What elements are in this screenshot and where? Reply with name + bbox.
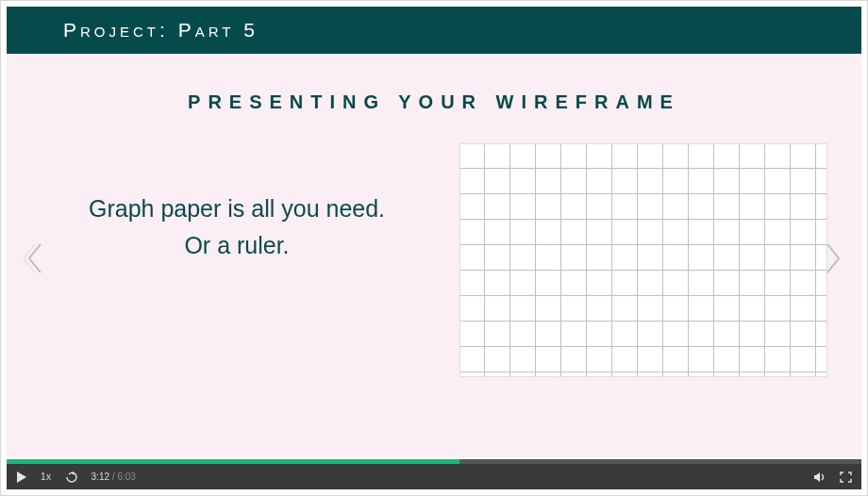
slide-header: Project: Part 5 xyxy=(7,7,861,54)
chevron-right-icon xyxy=(822,242,844,274)
time-display: 3:12 / 6:03 xyxy=(92,471,136,482)
header-title: Project: Part 5 xyxy=(63,19,259,41)
progress-fill xyxy=(7,459,459,464)
next-slide-button[interactable] xyxy=(822,242,844,274)
fullscreen-button[interactable] xyxy=(840,471,852,483)
chevron-left-icon xyxy=(24,242,46,274)
progress-track[interactable] xyxy=(7,459,861,464)
volume-button[interactable] xyxy=(813,471,826,483)
body-line-2: Or a ruler. xyxy=(42,227,433,264)
rewind-icon xyxy=(65,471,78,483)
prev-slide-button[interactable] xyxy=(24,242,46,274)
body-line-1: Graph paper is all you need. xyxy=(42,190,433,227)
slide-content: Graph paper is all you need. Or a ruler. xyxy=(7,143,861,377)
play-button[interactable] xyxy=(16,471,27,483)
body-text: Graph paper is all you need. Or a ruler. xyxy=(42,190,433,264)
slide-area: Project: Part 5 Presenting Your Wirefram… xyxy=(7,7,861,457)
play-icon xyxy=(16,471,27,483)
volume-icon xyxy=(813,471,826,483)
video-player-bar: 1x 3:12 / 6:03 xyxy=(7,459,861,489)
fullscreen-icon xyxy=(840,471,852,483)
playback-speed-button[interactable]: 1x xyxy=(41,471,52,482)
rewind-button[interactable] xyxy=(65,471,78,483)
duration: 6:03 xyxy=(117,471,135,482)
graph-paper-image xyxy=(459,143,827,377)
current-time: 3:12 xyxy=(92,471,109,482)
slide-subtitle: Presenting Your Wireframe xyxy=(7,91,861,113)
